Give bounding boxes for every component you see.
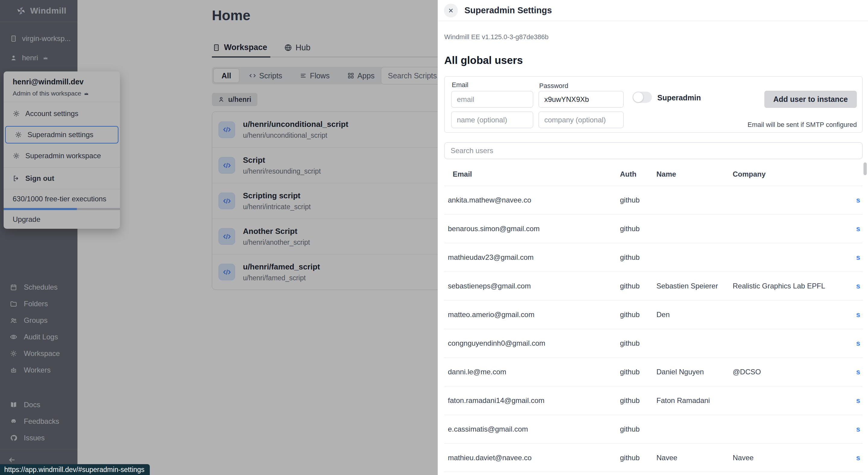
row-action-link[interactable]: s: [856, 311, 860, 319]
drawer-header: Superadmin Settings: [438, 0, 868, 21]
section-title: All global users: [444, 54, 863, 66]
table-row: danni.le@me.com github Daniel Nguyen @DC…: [444, 357, 863, 386]
table-row: e.cassimatis@gmail.com github s: [444, 415, 863, 443]
drawer-title: Superadmin Settings: [464, 5, 552, 15]
superadmin-toggle-label: Superadmin: [657, 93, 701, 102]
user-email: sebastieneps@gmail.com: [444, 282, 620, 290]
user-auth: github: [620, 368, 656, 376]
table-row: mathieu.daviet@navee.co github Navee Nav…: [444, 443, 863, 472]
row-action-link[interactable]: s: [856, 282, 860, 290]
user-auth: github: [620, 282, 656, 290]
table-row: mathieudav23@gmail.com github s: [444, 243, 863, 272]
user-company: @DCSO: [733, 368, 841, 376]
add-user-form: Email Password Superadmin Add user to in…: [444, 76, 863, 133]
user-company: Navee: [733, 453, 841, 462]
table-row: sebastieneps@gmail.com github Sebastien …: [444, 272, 863, 300]
user-email: danni.le@me.com: [444, 368, 620, 376]
drawer-body: Windmill EE v1.125.0-3-g87de386b All glo…: [438, 33, 868, 472]
col-header-auth: Auth: [620, 170, 656, 179]
row-action-link[interactable]: s: [856, 225, 860, 233]
add-user-button[interactable]: Add user to instance: [764, 91, 857, 108]
col-header-email: Email: [444, 170, 620, 179]
row-action-link[interactable]: s: [856, 453, 860, 462]
row-action-link[interactable]: s: [856, 196, 860, 204]
user-email: mathieu.daviet@navee.co: [444, 453, 620, 462]
table-row: faton.ramadani14@gmail.com github Faton …: [444, 386, 863, 415]
name-field[interactable]: [451, 112, 533, 128]
col-header-name: Name: [656, 170, 733, 179]
user-email: matteo.amerio@gmail.com: [444, 311, 620, 319]
user-company: Realistic Graphics Lab EPFL: [733, 282, 841, 290]
col-header-company: Company: [733, 170, 841, 179]
user-email: ankita.mathew@navee.co: [444, 196, 620, 204]
user-name: Faton Ramadani: [656, 396, 733, 405]
row-action-link[interactable]: s: [856, 339, 860, 347]
user-name: Navee: [656, 453, 733, 462]
email-label: Email: [452, 81, 468, 89]
user-auth: github: [620, 253, 656, 262]
version-label: Windmill EE v1.125.0-3-g87de386b: [444, 33, 863, 41]
company-field[interactable]: [538, 112, 624, 128]
user-name: Daniel Nguyen: [656, 368, 733, 376]
password-field[interactable]: [538, 91, 624, 107]
superadmin-toggle[interactable]: [632, 92, 652, 103]
user-name: Den: [656, 311, 733, 319]
search-users-input[interactable]: [444, 142, 863, 159]
table-row: ankita.mathew@navee.co github s: [444, 186, 863, 214]
user-email: mathieudav23@gmail.com: [444, 253, 620, 262]
row-action-link[interactable]: s: [856, 425, 860, 433]
user-email: faton.ramadani14@gmail.com: [444, 396, 620, 405]
row-action-link[interactable]: s: [856, 253, 860, 261]
user-auth: github: [620, 196, 656, 204]
toggle-knob: [633, 92, 643, 102]
status-url: https://app.windmill.dev/#superadmin-set…: [4, 466, 144, 474]
close-icon: [447, 7, 454, 14]
user-auth: github: [620, 225, 656, 233]
user-auth: github: [620, 425, 656, 434]
user-name: Sebastien Speierer: [656, 282, 733, 290]
scrollbar-thumb[interactable]: [864, 162, 867, 175]
user-email: congnguyendinh0@gmail.com: [444, 339, 620, 348]
table-header-row: Email Auth Name Company: [444, 170, 863, 186]
password-label: Password: [539, 82, 568, 90]
browser-status-bar: https://app.windmill.dev/#superadmin-set…: [0, 464, 150, 475]
superadmin-settings-drawer: Superadmin Settings Windmill EE v1.125.0…: [438, 0, 868, 475]
close-drawer-button[interactable]: [444, 4, 458, 18]
user-email: benarous.simon@gmail.com: [444, 225, 620, 233]
row-action-link[interactable]: s: [856, 368, 860, 376]
table-row: benarous.simon@gmail.com github s: [444, 214, 863, 243]
row-action-link[interactable]: s: [856, 396, 860, 405]
table-row: congnguyendinh0@gmail.com github s: [444, 329, 863, 357]
user-email: e.cassimatis@gmail.com: [444, 425, 620, 434]
smtp-note: Email will be sent if SMTP configured: [747, 121, 857, 129]
users-table: Email Auth Name Company ankita.mathew@na…: [444, 170, 863, 472]
email-field[interactable]: [451, 91, 533, 107]
user-auth: github: [620, 453, 656, 462]
user-auth: github: [620, 396, 656, 405]
user-auth: github: [620, 311, 656, 319]
user-auth: github: [620, 339, 656, 348]
table-row: matteo.amerio@gmail.com github Den s: [444, 300, 863, 329]
